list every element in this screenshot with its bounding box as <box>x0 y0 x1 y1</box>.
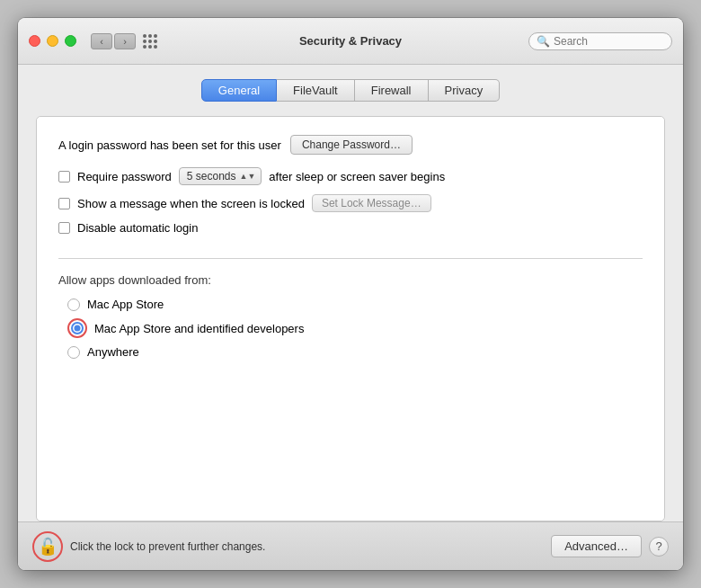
lock-area: 🔓 Click the lock to prevent further chan… <box>32 531 265 562</box>
titlebar: ‹ › Security & Privacy 🔍 <box>18 18 683 65</box>
show-message-checkbox[interactable] <box>58 198 70 209</box>
traffic-lights <box>29 35 76 47</box>
require-password-checkbox[interactable] <box>58 171 70 183</box>
require-password-row: Require password 5 seconds ▲▼ after slee… <box>58 167 643 185</box>
maximize-button[interactable] <box>65 35 76 47</box>
minimize-button[interactable] <box>47 35 58 47</box>
after-sleep-label: after sleep or screen saver begins <box>269 170 445 183</box>
radio-mac-app-store-label: Mac App Store <box>87 298 164 311</box>
radio-selected-ring <box>67 318 87 338</box>
show-message-label: Show a message when the screen is locked <box>77 197 305 210</box>
lock-text: Click the lock to prevent further change… <box>70 540 265 553</box>
back-button[interactable]: ‹ <box>91 33 112 49</box>
search-icon: 🔍 <box>537 35 550 48</box>
content: General FileVault Firewall Privacy A log… <box>18 65 683 521</box>
password-dropdown-value: 5 seconds <box>187 170 236 183</box>
search-input[interactable] <box>554 35 661 48</box>
lock-icon: 🔓 <box>38 537 58 557</box>
radio-anywhere-row: Anywhere <box>67 345 643 359</box>
tab-general[interactable]: General <box>201 79 277 102</box>
tabs: General FileVault Firewall Privacy <box>36 79 665 102</box>
radio-anywhere-label: Anywhere <box>87 345 139 359</box>
password-dropdown[interactable]: 5 seconds ▲▼ <box>179 167 262 185</box>
window-title: Security & Privacy <box>299 34 402 48</box>
disable-autologin-label: Disable automatic login <box>77 221 198 235</box>
nav-buttons: ‹ › <box>91 33 136 49</box>
radio-identified-developers[interactable] <box>71 322 84 334</box>
tab-privacy[interactable]: Privacy <box>429 79 501 102</box>
dropdown-arrow-icon: ▲▼ <box>239 172 255 181</box>
radio-identified-developers-label: Mac App Store and identified developers <box>94 322 304 335</box>
tab-firewall[interactable]: Firewall <box>355 79 429 102</box>
show-message-row: Show a message when the screen is locked… <box>58 194 643 212</box>
search-box[interactable]: 🔍 <box>528 32 672 50</box>
close-button[interactable] <box>29 35 40 47</box>
disable-autologin-row: Disable automatic login <box>58 221 643 235</box>
main-panel: A login password has been set for this u… <box>36 116 665 521</box>
require-password-label: Require password <box>77 170 172 183</box>
login-password-label: A login password has been set for this u… <box>58 138 281 152</box>
lock-icon-wrapper[interactable]: 🔓 <box>32 531 63 562</box>
disable-autologin-checkbox[interactable] <box>58 222 70 234</box>
divider <box>58 258 643 259</box>
login-password-row: A login password has been set for this u… <box>58 135 643 155</box>
forward-button[interactable]: › <box>114 33 136 49</box>
footer-right: Advanced… ? <box>551 535 669 557</box>
radio-mac-app-store-row: Mac App Store <box>67 298 643 311</box>
grid-button[interactable] <box>139 33 161 49</box>
window: ‹ › Security & Privacy 🔍 General FileVau… <box>18 18 683 570</box>
radio-mac-app-store[interactable] <box>67 298 80 311</box>
help-button[interactable]: ? <box>649 537 669 557</box>
radio-anywhere[interactable] <box>67 346 80 359</box>
advanced-button[interactable]: Advanced… <box>551 535 642 557</box>
set-lock-message-button[interactable]: Set Lock Message… <box>312 194 431 212</box>
radio-identified-developers-row: Mac App Store and identified developers <box>67 318 643 338</box>
tab-filevault[interactable]: FileVault <box>277 79 355 102</box>
footer: 🔓 Click the lock to prevent further chan… <box>18 521 683 570</box>
allow-apps-label: Allow apps downloaded from: <box>58 273 643 287</box>
change-password-button[interactable]: Change Password… <box>290 135 413 155</box>
